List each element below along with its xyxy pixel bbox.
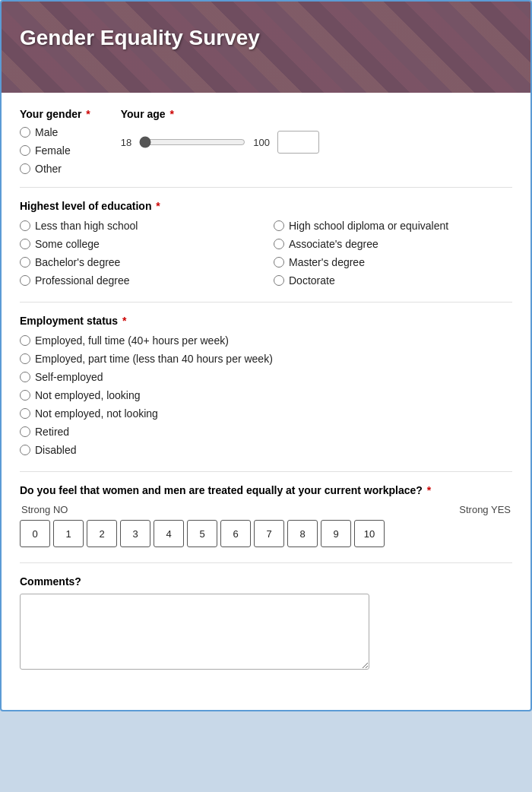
- emp-radio-part-time[interactable]: [20, 353, 30, 364]
- scale-label-high: Strong YES: [459, 504, 511, 515]
- edu-radio-bachelor[interactable]: [20, 257, 30, 268]
- employment-label: Employment status *: [20, 315, 512, 327]
- edu-radio-less-than-hs[interactable]: [20, 220, 30, 231]
- emp-radio-full-time[interactable]: [20, 335, 30, 346]
- emp-option-part-time[interactable]: Employed, part time (less than 40 hours …: [20, 353, 512, 365]
- scale-btn-6[interactable]: 6: [220, 520, 251, 547]
- equality-label: Do you feel that women and men are treat…: [20, 484, 512, 496]
- gender-radio-male[interactable]: [20, 127, 30, 138]
- emp-option-full-time[interactable]: Employed, full time (40+ hours per week): [20, 334, 512, 347]
- scale-btn-7[interactable]: 7: [254, 520, 284, 547]
- survey-header: Gender Equality Survey: [2, 2, 530, 93]
- gender-radio-female[interactable]: [20, 145, 30, 156]
- comments-textarea[interactable]: [20, 594, 369, 670]
- emp-option-not-looking[interactable]: Not employed, looking: [20, 389, 512, 401]
- scale-label-low: Strong NO: [21, 504, 68, 515]
- survey-body: Your gender * Male Female Other: [2, 93, 530, 710]
- edu-label-some-college: Some college: [35, 238, 100, 250]
- edu-label-doctorate: Doctorate: [289, 274, 335, 287]
- emp-option-self-employed[interactable]: Self-employed: [20, 371, 512, 383]
- emp-radio-disabled[interactable]: [20, 445, 30, 455]
- edu-label-associate: Associate's degree: [289, 238, 378, 250]
- equality-section: Do you feel that women and men are treat…: [20, 484, 512, 547]
- scale-btn-4[interactable]: 4: [154, 520, 184, 547]
- edu-label-professional: Professional degree: [35, 274, 130, 287]
- edu-label-bachelor: Bachelor's degree: [35, 256, 120, 268]
- edu-radio-associate[interactable]: [274, 239, 284, 249]
- gender-option-male[interactable]: Male: [20, 126, 90, 138]
- gender-label: Your gender *: [20, 108, 90, 120]
- scale-buttons: 0 1 2 3 4 5 6 7 8 9 10: [20, 520, 512, 547]
- education-label: Highest level of education *: [20, 200, 512, 212]
- divider-1: [20, 187, 512, 188]
- education-required-star: *: [153, 200, 160, 212]
- emp-label-not-looking: Not employed, looking: [35, 389, 141, 401]
- age-max-label: 100: [253, 137, 270, 148]
- edu-option-master[interactable]: Master's degree: [274, 256, 512, 268]
- emp-option-disabled[interactable]: Disabled: [20, 444, 512, 456]
- edu-radio-professional[interactable]: [20, 275, 30, 286]
- scale-labels: Strong NO Strong YES: [20, 504, 512, 515]
- education-grid: Less than high school High school diplom…: [20, 220, 512, 287]
- age-label: Your age *: [121, 108, 319, 120]
- edu-radio-master[interactable]: [274, 257, 284, 268]
- edu-option-bachelor[interactable]: Bachelor's degree: [20, 256, 258, 268]
- emp-label-disabled: Disabled: [35, 444, 76, 456]
- scale-btn-5[interactable]: 5: [187, 520, 217, 547]
- emp-radio-not-not-looking[interactable]: [20, 408, 30, 419]
- scale-btn-9[interactable]: 9: [321, 520, 351, 547]
- employment-required-star: *: [119, 315, 126, 327]
- survey-title: Gender Equality Survey: [2, 2, 530, 74]
- edu-option-less-than-hs[interactable]: Less than high school: [20, 220, 258, 232]
- emp-option-retired[interactable]: Retired: [20, 426, 512, 438]
- gender-required-star: *: [83, 108, 90, 120]
- employment-section: Employment status * Employed, full time …: [20, 315, 512, 456]
- gender-label-female: Female: [35, 144, 71, 157]
- edu-option-professional[interactable]: Professional degree: [20, 274, 258, 287]
- gender-option-other[interactable]: Other: [20, 163, 90, 175]
- emp-label-full-time: Employed, full time (40+ hours per week): [35, 334, 229, 347]
- gender-label-other: Other: [35, 163, 62, 175]
- edu-label-hs-diploma: High school diploma or equivalent: [289, 220, 448, 232]
- age-required-star: *: [167, 108, 174, 120]
- age-range-row: 18 100: [121, 131, 319, 154]
- emp-label-not-not-looking: Not employed, not looking: [35, 407, 158, 420]
- emp-radio-self-employed[interactable]: [20, 372, 30, 382]
- edu-option-associate[interactable]: Associate's degree: [274, 238, 512, 250]
- divider-2: [20, 302, 512, 303]
- scale-btn-1[interactable]: 1: [53, 520, 84, 547]
- scale-btn-8[interactable]: 8: [287, 520, 318, 547]
- emp-radio-retired[interactable]: [20, 426, 30, 437]
- edu-radio-doctorate[interactable]: [274, 275, 284, 286]
- survey-container: Gender Equality Survey Your gender * Mal…: [0, 0, 532, 711]
- age-slider[interactable]: [139, 136, 245, 148]
- emp-label-part-time: Employed, part time (less than 40 hours …: [35, 353, 273, 365]
- scale-btn-10[interactable]: 10: [354, 520, 385, 547]
- emp-label-self-employed: Self-employed: [35, 371, 103, 383]
- edu-option-some-college[interactable]: Some college: [20, 238, 258, 250]
- emp-radio-not-looking[interactable]: [20, 390, 30, 401]
- gender-age-row: Your gender * Male Female Other: [20, 108, 512, 175]
- gender-radio-other[interactable]: [20, 163, 30, 174]
- equality-required-star: *: [424, 484, 431, 496]
- emp-option-not-not-looking[interactable]: Not employed, not looking: [20, 407, 512, 420]
- edu-radio-hs-diploma[interactable]: [274, 220, 284, 231]
- education-section: Highest level of education * Less than h…: [20, 200, 512, 287]
- gender-label-male: Male: [35, 126, 58, 138]
- age-field-group: Your age * 18 100: [121, 108, 319, 175]
- divider-4: [20, 562, 512, 563]
- emp-label-retired: Retired: [35, 426, 69, 438]
- scale-btn-2[interactable]: 2: [87, 520, 117, 547]
- gender-option-female[interactable]: Female: [20, 144, 90, 157]
- age-input[interactable]: [277, 131, 319, 154]
- age-min-label: 18: [121, 137, 131, 148]
- edu-option-hs-diploma[interactable]: High school diploma or equivalent: [274, 220, 512, 232]
- comments-section: Comments?: [20, 575, 512, 672]
- scale-btn-3[interactable]: 3: [120, 520, 150, 547]
- gender-field-group: Your gender * Male Female Other: [20, 108, 90, 175]
- edu-option-doctorate[interactable]: Doctorate: [274, 274, 512, 287]
- scale-btn-0[interactable]: 0: [20, 520, 50, 547]
- edu-label-less-than-hs: Less than high school: [35, 220, 138, 232]
- edu-radio-some-college[interactable]: [20, 239, 30, 249]
- edu-label-master: Master's degree: [289, 256, 365, 268]
